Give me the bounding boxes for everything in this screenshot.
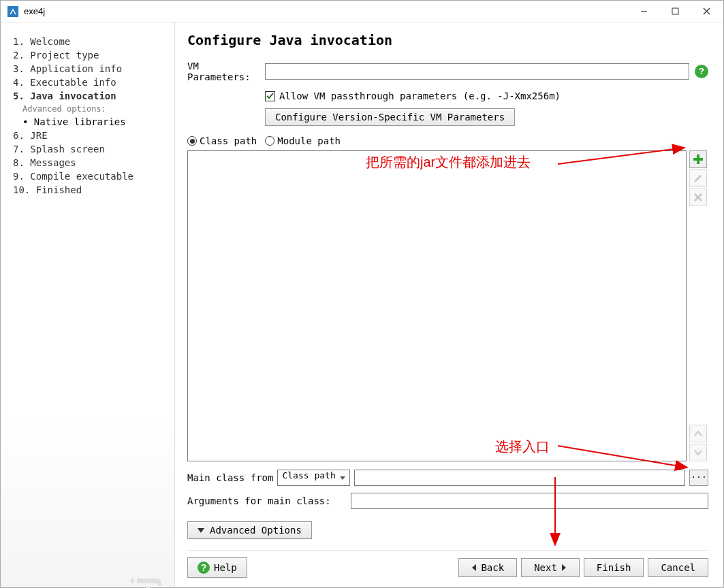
window-title: exe4j [24, 6, 628, 16]
help-icon[interactable]: ? [695, 65, 708, 78]
radio-classpath[interactable]: Class path [187, 135, 257, 146]
substep-header: Advanced options: [13, 103, 168, 115]
allow-passthrough-checkbox[interactable] [265, 91, 275, 101]
allow-passthrough-label: Allow VM passthrough parameters (e.g. -J… [279, 91, 561, 101]
app-icon [7, 6, 18, 17]
maximize-button[interactable] [659, 1, 691, 22]
step-jre[interactable]: 6. JRE [13, 129, 168, 142]
move-down-button[interactable] [689, 444, 707, 461]
watermark: exe4j [125, 575, 162, 588]
chevron-up-icon [693, 429, 703, 438]
triangle-left-icon [471, 564, 477, 571]
wizard-sidebar: 1. Welcome 2. Project type 3. Applicatio… [1, 22, 175, 587]
app-window: exe4j 1. Welcome 2. Project type 3. Appl… [0, 0, 724, 588]
help-button[interactable]: ? Help [187, 557, 247, 578]
classpath-list[interactable] [187, 150, 687, 461]
svg-rect-6 [693, 158, 703, 161]
step-java-invocation[interactable]: 5. Java invocation [13, 89, 168, 103]
step-messages[interactable]: 8. Messages [13, 156, 168, 169]
delete-classpath-button[interactable] [689, 189, 707, 206]
wizard-footer: ? Help Back Next Finish Cancel [187, 550, 708, 578]
edit-classpath-button[interactable] [689, 169, 707, 187]
vm-parameters-label: VM Parameters: [187, 61, 265, 82]
step-compile-executable[interactable]: 9. Compile executable [13, 169, 168, 183]
step-welcome[interactable]: 1. Welcome [13, 35, 168, 48]
triangle-right-icon [561, 564, 567, 571]
plus-icon [693, 154, 704, 165]
page-title: Configure Java invocation [187, 32, 708, 48]
main-class-label: Main class from [187, 472, 273, 483]
radio-dot-icon [187, 136, 197, 146]
triangle-down-icon [198, 528, 204, 533]
back-button[interactable]: Back [458, 558, 517, 577]
radio-modulepath[interactable]: Module path [265, 135, 341, 146]
configure-version-vm-button[interactable]: Configure Version-Specific VM Parameters [265, 108, 515, 126]
add-classpath-button[interactable] [689, 150, 707, 168]
substep-native-libraries[interactable]: • Native libraries [13, 115, 168, 129]
vm-parameters-input[interactable] [265, 63, 689, 80]
args-input[interactable] [351, 493, 708, 509]
step-finished[interactable]: 10. Finished [13, 183, 168, 197]
next-button[interactable]: Next [521, 558, 580, 577]
radio-dot-icon [265, 136, 274, 146]
x-icon [693, 193, 703, 202]
cancel-button[interactable]: Cancel [648, 558, 708, 577]
advanced-options-button[interactable]: Advanced Options [187, 521, 312, 539]
browse-main-class-button[interactable]: ··· [689, 470, 708, 486]
titlebar: exe4j [1, 1, 723, 22]
move-up-button[interactable] [689, 425, 707, 442]
main-class-input[interactable] [354, 470, 685, 486]
close-button[interactable] [691, 1, 722, 22]
chevron-down-icon [693, 448, 703, 457]
pencil-icon [693, 174, 703, 183]
minimize-button[interactable] [628, 1, 659, 22]
step-executable-info[interactable]: 4. Executable info [13, 76, 168, 89]
svg-rect-2 [672, 8, 678, 14]
step-splash-screen[interactable]: 7. Splash screen [13, 142, 168, 156]
main-panel: Configure Java invocation VM Parameters:… [175, 22, 723, 587]
step-project-type[interactable]: 2. Project type [13, 48, 168, 62]
finish-button[interactable]: Finish [584, 558, 644, 577]
step-application-info[interactable]: 3. Application info [13, 62, 168, 76]
args-label: Arguments for main class: [187, 495, 347, 506]
help-icon: ? [198, 561, 210, 574]
main-class-from-select[interactable]: Class path [277, 470, 349, 486]
